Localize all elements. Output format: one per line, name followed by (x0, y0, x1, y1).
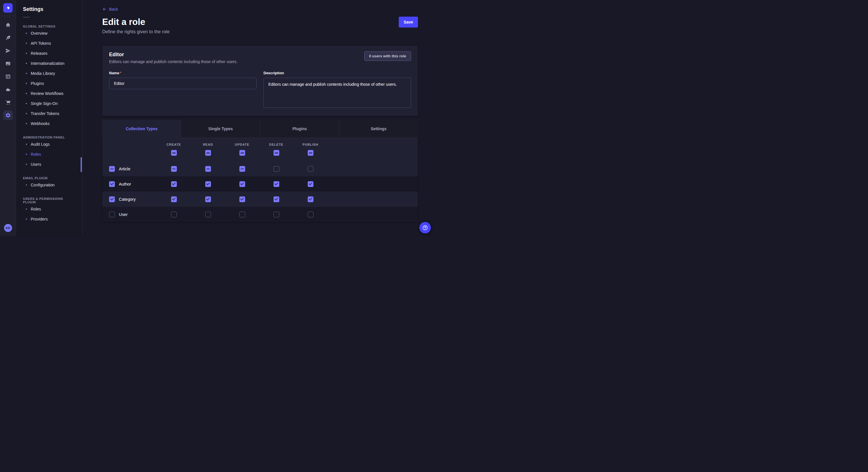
category-delete-checkbox[interactable] (274, 196, 279, 202)
user-row-checkbox[interactable] (109, 212, 115, 217)
bullet-icon (26, 208, 27, 210)
user-update-checkbox[interactable] (239, 212, 245, 217)
sidebar-item-releases[interactable]: Releases (16, 48, 82, 58)
sidebar-item-configuration[interactable]: Configuration (16, 180, 82, 190)
cloud-icon[interactable] (3, 85, 13, 94)
table-row-category: Category (102, 192, 418, 207)
sidebar-item-media-library[interactable]: Media Library (16, 69, 82, 78)
sidebar-item-audit-logs[interactable]: Audit Logs (16, 139, 82, 149)
sidebar-item-api-tokens[interactable]: API Tokens (16, 38, 82, 48)
section-label-administration-panel: ADMINISTRATION PANEL (16, 136, 82, 139)
bullet-icon (26, 53, 27, 54)
description-label: Description (264, 71, 284, 75)
table-row-user: User (102, 207, 418, 222)
feather-icon[interactable] (3, 33, 13, 43)
author-create-checkbox[interactable] (171, 181, 177, 187)
article-create-checkbox[interactable] (171, 166, 177, 172)
sidebar-item-overview[interactable]: Overview (16, 28, 82, 38)
sidebar-item-webhooks[interactable]: Webhooks (16, 119, 82, 129)
home-icon[interactable] (3, 20, 13, 30)
article-delete-checkbox[interactable] (274, 166, 279, 172)
table-row-article: Article (102, 161, 418, 176)
sidebar-item-providers[interactable]: Providers (16, 214, 82, 224)
permissions-tabs: Collection Types Single Types Plugins Se… (102, 120, 418, 138)
role-form-fields: Name* Description Editors can manage and… (109, 70, 411, 109)
page-title: Edit a role (102, 16, 145, 28)
role-details-card: Editor Editors can manage and publish co… (102, 46, 418, 116)
user-delete-checkbox[interactable] (274, 212, 279, 217)
select-all-update-checkbox[interactable] (239, 150, 245, 156)
category-row-checkbox[interactable] (109, 196, 115, 202)
select-all-delete-checkbox[interactable] (274, 150, 279, 156)
name-label: Name* (109, 71, 121, 75)
select-all-publish-checkbox[interactable] (308, 150, 313, 156)
settings-gear-icon[interactable] (3, 110, 13, 120)
required-asterisk: * (120, 71, 121, 75)
section-label-email-plugin: EMAIL PLUGIN (16, 176, 82, 180)
category-update-checkbox[interactable] (239, 196, 245, 202)
bullet-icon (26, 123, 27, 124)
strapi-logo[interactable] (3, 3, 12, 12)
strapi-logo-icon (5, 5, 11, 11)
row-label-article: Article (119, 167, 130, 171)
tab-single-types[interactable]: Single Types (181, 120, 260, 138)
row-label-author: Author (119, 182, 131, 187)
tab-collection-types[interactable]: Collection Types (102, 120, 181, 138)
sidebar-item-single-sign-on[interactable]: Single Sign-On (16, 99, 82, 108)
app-root: KD Settings GLOBAL SETTINGS Overview API… (0, 0, 434, 236)
send-icon[interactable] (3, 46, 13, 56)
user-read-checkbox[interactable] (205, 212, 211, 217)
help-button[interactable] (420, 222, 431, 233)
row-label-user: User (119, 212, 128, 217)
users-with-role-button[interactable]: 0 users with this role (364, 51, 411, 61)
author-delete-checkbox[interactable] (274, 181, 279, 187)
bullet-icon (26, 164, 27, 165)
sidebar-item-review-workflows[interactable]: Review Workflows (16, 89, 82, 98)
select-all-row (102, 150, 418, 156)
author-row-checkbox[interactable] (109, 181, 115, 187)
column-header-publish: PUBLISH (293, 143, 328, 146)
select-all-create-checkbox[interactable] (171, 150, 177, 156)
tab-settings[interactable]: Settings (339, 120, 418, 138)
category-publish-checkbox[interactable] (308, 196, 313, 202)
column-header-update: UPDATE (225, 143, 259, 146)
bullet-icon (26, 154, 27, 155)
sidebar-item-users[interactable]: Users (16, 160, 82, 169)
article-read-checkbox[interactable] (205, 166, 211, 172)
category-create-checkbox[interactable] (171, 196, 177, 202)
sidebar-item-up-roles[interactable]: Roles (16, 204, 82, 214)
user-publish-checkbox[interactable] (308, 212, 313, 217)
back-link[interactable]: Back (102, 7, 118, 11)
author-update-checkbox[interactable] (239, 181, 245, 187)
user-avatar[interactable]: KD (4, 224, 12, 232)
sidebar-item-transfer-tokens[interactable]: Transfer Tokens (16, 109, 82, 119)
save-button[interactable]: Save (399, 16, 418, 28)
user-create-checkbox[interactable] (171, 212, 177, 217)
description-field-group: Description Editors can manage and publi… (264, 70, 411, 109)
bullet-icon (26, 184, 27, 186)
cart-icon[interactable] (3, 98, 13, 107)
article-row-checkbox[interactable] (109, 166, 115, 172)
category-read-checkbox[interactable] (205, 196, 211, 202)
description-textarea[interactable]: Editors can manage and publish contents … (264, 78, 411, 108)
author-publish-checkbox[interactable] (308, 181, 313, 187)
layout-icon[interactable] (3, 72, 13, 81)
article-update-checkbox[interactable] (239, 166, 245, 172)
media-library-icon[interactable] (3, 59, 13, 69)
bullet-icon (26, 103, 27, 104)
sidebar-item-roles[interactable]: Roles (16, 149, 82, 159)
section-label-global-settings: GLOBAL SETTINGS (16, 25, 82, 28)
subnav-title: Settings (23, 6, 75, 12)
article-publish-checkbox[interactable] (308, 166, 313, 172)
main-nav-rail: KD (0, 0, 16, 236)
bullet-icon (26, 63, 27, 64)
select-all-read-checkbox[interactable] (205, 150, 211, 156)
subnav-divider (23, 17, 30, 18)
sidebar-item-plugins[interactable]: Plugins (16, 78, 82, 88)
author-read-checkbox[interactable] (205, 181, 211, 187)
name-input[interactable] (109, 78, 257, 89)
sidebar-item-internationalization[interactable]: Internationalization (16, 59, 82, 68)
tab-plugins[interactable]: Plugins (260, 120, 339, 138)
subnav-scrollbar-thumb[interactable] (81, 157, 82, 172)
subnav-header: Settings (16, 0, 82, 18)
